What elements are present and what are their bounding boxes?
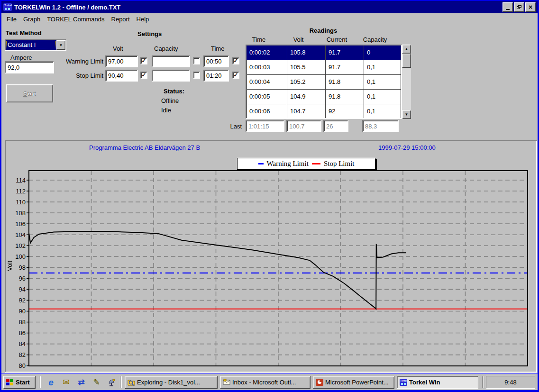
satellite-icon[interactable] <box>106 376 118 388</box>
stop-time-checkbox[interactable]: ✓ <box>232 72 239 79</box>
table-row[interactable]: 0:00:02105.891.70 <box>247 46 401 60</box>
arrow-down-icon: ▼ <box>405 112 409 117</box>
menu-graph[interactable]: Graph <box>20 14 44 24</box>
scroll-down-button[interactable]: ▼ <box>402 110 411 119</box>
svg-text:102: 102 <box>15 242 26 249</box>
status-offline: Offline <box>161 97 179 104</box>
task-exploring[interactable]: Exploring - Disk1_vol... <box>125 376 218 389</box>
notes-icon[interactable]: ✎ <box>91 376 102 388</box>
warning-capacity-checkbox[interactable] <box>193 57 200 64</box>
table-row[interactable]: 0:00:03105.591.70,1 <box>247 60 401 75</box>
stop-capacity-input[interactable] <box>152 70 190 82</box>
table-cell: 104.9 <box>287 90 326 104</box>
menu-bar: File Graph TORKEL Commands Report Help <box>1 13 538 26</box>
stop-time-input[interactable] <box>203 70 229 82</box>
table-cell: 91.8 <box>326 75 364 90</box>
table-row[interactable]: 0:00:06104.7920,1 <box>247 104 401 119</box>
envelope-icon <box>223 379 230 386</box>
last-label: Last <box>215 123 242 130</box>
scrollbar-track[interactable] <box>402 54 411 110</box>
windows-logo-icon <box>6 379 14 386</box>
svg-text:112: 112 <box>16 188 26 195</box>
taskbar: Start e ✉ ⇄ ✎ Exploring - Disk1_vol... I… <box>1 374 538 390</box>
ampere-input[interactable] <box>5 61 54 73</box>
chart-legend: Warning Limit Stop Limit <box>237 158 375 170</box>
table-cell: 0 <box>364 46 401 60</box>
scroll-up-button[interactable]: ▲ <box>402 45 411 54</box>
last-capacity-field <box>362 120 399 132</box>
table-cell: 105.2 <box>287 75 326 90</box>
arrow-up-icon: ▲ <box>405 47 409 51</box>
svg-text:106: 106 <box>15 220 26 228</box>
test-method-dropdown[interactable]: Constant I ▼ <box>5 39 66 51</box>
table-cell: 0:00:04 <box>247 75 287 90</box>
table-cell: 0,1 <box>364 75 401 90</box>
table-cell: 0:00:02 <box>247 46 287 60</box>
svg-text:104: 104 <box>15 231 26 238</box>
svg-text:86: 86 <box>19 329 26 337</box>
stop-limit-label: Stop Limit <box>56 72 103 79</box>
dropdown-arrow-button[interactable]: ▼ <box>56 40 65 50</box>
chart-panel: Programma Electric AB Eldarvägen 27 B 19… <box>5 140 537 373</box>
table-row[interactable]: 0:00:05104.991.80,1 <box>247 90 401 104</box>
start-button[interactable]: Start <box>6 84 53 102</box>
warning-capacity-input[interactable] <box>152 55 190 67</box>
window-title: TORKELWin 1.2 - Offline / demo.TXT <box>14 4 120 11</box>
readings-scrollbar[interactable]: ▲ ▼ <box>402 45 411 119</box>
stop-volt-input[interactable] <box>105 70 138 82</box>
mail-icon[interactable]: ✉ <box>60 376 72 388</box>
readings-table[interactable]: 0:00:02105.891.700:00:03105.591.70,10:00… <box>246 45 402 119</box>
warning-time-checkbox[interactable]: ✓ <box>232 57 239 64</box>
ampere-label: Ampere <box>10 54 32 61</box>
stop-capacity-checkbox[interactable] <box>193 72 200 79</box>
svg-text:100: 100 <box>15 253 26 260</box>
svg-text:82: 82 <box>19 351 26 358</box>
last-volt-field <box>286 120 321 132</box>
task-inbox[interactable]: Inbox - Microsoft Outl... <box>220 376 311 389</box>
table-row[interactable]: 0:00:04105.291.80,1 <box>247 75 401 90</box>
table-cell: 104.7 <box>287 104 326 119</box>
task-torkel-win[interactable]: Torkel Torkel Win <box>397 376 478 389</box>
menu-report[interactable]: Report <box>108 14 133 24</box>
table-cell: 0:00:06 <box>247 104 287 119</box>
menu-file[interactable]: File <box>3 14 20 24</box>
clock: 9:48 <box>504 379 516 386</box>
table-cell: 105.5 <box>287 60 326 75</box>
last-time-field <box>246 120 284 132</box>
satellite-dish-icon <box>108 378 116 387</box>
table-cell: 92 <box>326 104 364 119</box>
svg-text:110: 110 <box>16 199 26 206</box>
svg-text:98: 98 <box>19 264 26 271</box>
test-method-value: Constant I <box>6 40 56 50</box>
readings-header: Time Volt Current Capacity <box>238 36 394 43</box>
table-cell: 0,1 <box>364 104 401 119</box>
system-tray-clock: 9:48 <box>486 376 535 389</box>
warning-time-input[interactable] <box>203 55 229 67</box>
close-button[interactable]: × <box>525 2 536 12</box>
settings-col-time: Time <box>211 45 224 52</box>
task-powerpoint[interactable]: Microsoft PowerPoint... <box>313 376 394 389</box>
menu-torkel-commands[interactable]: TORKEL Commands <box>44 14 108 24</box>
warning-volt-checkbox[interactable]: ✓ <box>140 57 147 64</box>
minimize-button[interactable] <box>502 2 513 12</box>
svg-text:80: 80 <box>19 362 26 369</box>
warning-limit-dash-icon <box>258 163 264 164</box>
title-bar: Torkel TORKELWin 1.2 - Offline / demo.TX… <box>1 1 538 13</box>
svg-text:114: 114 <box>16 177 26 184</box>
y-axis-label: Volt <box>6 261 13 271</box>
app-window: Torkel TORKELWin 1.2 - Offline / demo.TX… <box>1 1 538 374</box>
start-menu-button[interactable]: Start <box>3 376 36 389</box>
internet-explorer-icon[interactable]: e <box>45 376 57 388</box>
svg-text:84: 84 <box>19 340 26 347</box>
explorer-folder-icon <box>128 379 135 386</box>
sync-icon[interactable]: ⇄ <box>75 376 87 388</box>
warning-volt-input[interactable] <box>105 55 138 67</box>
col-volt: Volt <box>279 36 318 43</box>
table-cell: 0,1 <box>364 90 401 104</box>
menu-help[interactable]: Help <box>133 14 153 24</box>
scrollbar-thumb[interactable] <box>402 54 411 68</box>
stop-volt-checkbox[interactable]: ✓ <box>140 72 147 79</box>
voltage-chart: 8082848688909294969810010210410610811011… <box>15 169 532 369</box>
restore-button[interactable] <box>514 2 524 12</box>
svg-text:96: 96 <box>19 275 26 282</box>
